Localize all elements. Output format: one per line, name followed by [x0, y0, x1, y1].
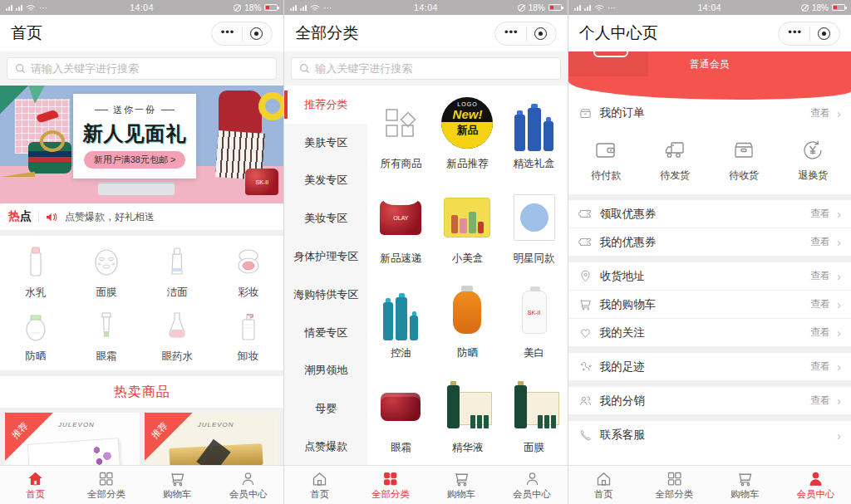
view-link[interactable]: 查看: [810, 394, 830, 408]
tab-member[interactable]: 会员中心: [213, 466, 283, 504]
screen-home: ··· 14:04 18% 首页 •••: [0, 0, 283, 504]
capsule-divider: [809, 27, 810, 41]
view-link[interactable]: 查看: [810, 269, 830, 283]
category-xiezhuang[interactable]: 卸妆: [213, 308, 283, 364]
product-card[interactable]: 推荐 JULEVON: [145, 413, 279, 465]
screenshot-stage: ··· 14:04 18% 首页 •••: [0, 0, 851, 504]
cart-icon: [453, 470, 470, 487]
tab-member[interactable]: 会员中心: [780, 466, 851, 504]
category-jiemian[interactable]: 洁面: [142, 244, 213, 300]
sidebar-item-baby[interactable]: 母婴: [284, 389, 367, 428]
search-input[interactable]: [315, 62, 552, 75]
grid-item-beauty-box[interactable]: 小美盒: [434, 180, 500, 275]
tab-home[interactable]: 首页: [568, 466, 639, 504]
grid-item-mask[interactable]: 面膜: [501, 369, 568, 464]
search-box[interactable]: [7, 57, 277, 80]
close-circle-button[interactable]: [818, 27, 830, 40]
status-pending-shipment[interactable]: 待发货: [641, 126, 710, 194]
category-yanshuang[interactable]: 眼霜: [71, 308, 141, 364]
tab-home[interactable]: 首页: [284, 466, 355, 504]
sidebar-item-bodycare[interactable]: 身体护理专区: [284, 237, 367, 276]
menu-my-follows[interactable]: 我的关注 查看 ›: [568, 319, 851, 347]
grid-item-new-express[interactable]: OLAY 新品速递: [367, 180, 434, 275]
category-fangshai[interactable]: 防晒: [0, 308, 71, 364]
sidebar-item-hair[interactable]: 美发专区: [284, 162, 367, 200]
grid-item-oil-control[interactable]: 控油: [367, 275, 434, 369]
hot-news-strip[interactable]: 热点 点赞爆款，好礼相送: [0, 203, 283, 230]
tab-categories[interactable]: 全部分类: [639, 466, 710, 504]
tab-home[interactable]: 首页: [0, 466, 71, 504]
heart-icon: [578, 325, 593, 340]
eye-cream-tube-icon: [92, 308, 121, 345]
menu-my-cart[interactable]: 我的购物车 查看 ›: [568, 291, 851, 319]
orange-bottle-image: [453, 291, 481, 334]
view-link[interactable]: 查看: [810, 360, 830, 374]
chevron-right-icon: ›: [837, 360, 841, 373]
banner-pill[interactable]: 新用户满38元包邮 >: [84, 151, 186, 169]
sidebar-item-liked[interactable]: 点赞爆款: [284, 428, 367, 465]
tab-bar: 首页 全部分类 购物车 会员中心: [284, 465, 567, 504]
promo-banner[interactable]: SK-II 送你一份 新人见面礼 新用户满38元包邮 >: [0, 86, 283, 203]
signal-icon-2: [16, 4, 22, 11]
section-gap: [568, 194, 851, 200]
sidebar-item-makeup[interactable]: 美妆专区: [284, 199, 367, 237]
hot-tag: 热点: [8, 209, 32, 224]
tab-categories[interactable]: 全部分类: [71, 466, 141, 504]
tab-cart[interactable]: 购物车: [142, 466, 213, 504]
status-pending-payment[interactable]: 待付款: [572, 126, 641, 194]
grid-item-essence[interactable]: 精华液: [434, 369, 500, 464]
menu-get-coupons[interactable]: 领取优惠券 查看 ›: [568, 200, 851, 228]
grid-item-eye-cream[interactable]: 眼霜: [367, 369, 434, 464]
menu-address[interactable]: 收货地址 查看 ›: [568, 262, 851, 291]
sidebar-item-love[interactable]: 情爱专区: [284, 314, 367, 352]
close-circle-button[interactable]: [534, 27, 547, 40]
green-set-image: [442, 382, 492, 432]
more-menu-button[interactable]: •••: [788, 27, 802, 41]
banner-title: 新人见面礼: [83, 120, 187, 147]
tab-member[interactable]: 会员中心: [497, 466, 568, 504]
grid-item-new-arrivals[interactable]: LOGONew!新品 新品推荐: [434, 86, 500, 180]
category-yanyaoshui[interactable]: 眼药水: [142, 308, 213, 364]
red-jar-image: OLAY: [380, 200, 421, 235]
grid-item-gift-sets[interactable]: 精选礼盒: [501, 86, 568, 180]
more-menu-button[interactable]: •••: [504, 27, 519, 41]
grid-item-whitening[interactable]: SK-II 美白: [501, 275, 568, 369]
view-link[interactable]: 查看: [810, 297, 830, 311]
product-card[interactable]: 推荐 JULEVON: [5, 413, 140, 465]
tab-categories[interactable]: 全部分类: [355, 466, 426, 504]
menu-my-coupons[interactable]: 我的优惠券 查看 ›: [568, 228, 851, 257]
status-returns[interactable]: 退换货: [779, 126, 848, 194]
view-link[interactable]: 查看: [810, 207, 830, 221]
menu-contact-service[interactable]: 联系客服 ›: [568, 421, 851, 449]
banner-subtitle: 送你一份: [95, 104, 175, 116]
search-box[interactable]: [291, 57, 560, 80]
view-link[interactable]: 查看: [810, 106, 830, 120]
phone-icon: [578, 428, 593, 443]
tab-cart[interactable]: 购物车: [426, 466, 496, 504]
category-mianmo[interactable]: 面膜: [71, 244, 141, 300]
sidebar-item-skin[interactable]: 美肤专区: [284, 124, 367, 162]
grid-item-sunscreen[interactable]: 防晒: [434, 275, 500, 369]
sidebar-item-men[interactable]: 潮男领地: [284, 352, 367, 390]
menu-my-distribution[interactable]: 我的分销 查看 ›: [568, 387, 851, 415]
my-orders-row[interactable]: 我的订单 查看 ›: [568, 100, 851, 126]
view-link[interactable]: 查看: [810, 325, 830, 340]
grid-item-all-products[interactable]: 所有商品: [367, 86, 434, 180]
menu-my-footprints[interactable]: 我的足迹 查看 ›: [568, 353, 851, 381]
search-input[interactable]: [31, 62, 268, 75]
status-left: ···: [574, 3, 666, 12]
section-gap: [0, 370, 283, 376]
category-caizhuang[interactable]: 彩妆: [213, 244, 283, 300]
category-sidebar: 推荐分类 美肤专区 美发专区 美妆专区 身体护理专区 海购特供专区 情爱专区 潮…: [284, 86, 367, 465]
grid-item-celebrity-pick[interactable]: 明星同款: [501, 180, 568, 275]
close-circle-button[interactable]: [250, 27, 263, 40]
more-menu-button[interactable]: •••: [221, 27, 235, 41]
category-shuiru[interactable]: 水乳: [0, 244, 71, 300]
sidebar-item-recommended[interactable]: 推荐分类: [284, 86, 367, 124]
tab-cart[interactable]: 购物车: [710, 466, 780, 504]
view-link[interactable]: 查看: [810, 235, 830, 249]
status-pending-receipt[interactable]: 待收货: [710, 126, 779, 194]
sunscreen-bottle-icon: [22, 308, 50, 345]
category-label: 防晒: [25, 350, 46, 364]
sidebar-item-overseas[interactable]: 海购特供专区: [284, 276, 367, 314]
